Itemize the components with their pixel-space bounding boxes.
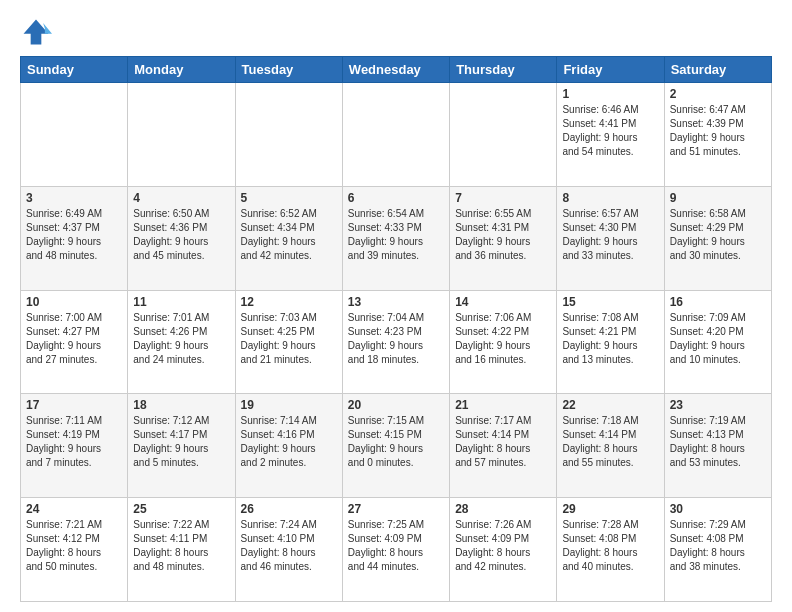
calendar-cell: 15Sunrise: 7:08 AM Sunset: 4:21 PM Dayli… xyxy=(557,290,664,394)
day-number: 2 xyxy=(670,87,766,101)
day-info: Sunrise: 7:29 AM Sunset: 4:08 PM Dayligh… xyxy=(670,518,766,574)
calendar-cell: 13Sunrise: 7:04 AM Sunset: 4:23 PM Dayli… xyxy=(342,290,449,394)
day-info: Sunrise: 7:12 AM Sunset: 4:17 PM Dayligh… xyxy=(133,414,229,470)
day-info: Sunrise: 6:52 AM Sunset: 4:34 PM Dayligh… xyxy=(241,207,337,263)
day-number: 9 xyxy=(670,191,766,205)
calendar-cell: 30Sunrise: 7:29 AM Sunset: 4:08 PM Dayli… xyxy=(664,498,771,602)
calendar-cell: 17Sunrise: 7:11 AM Sunset: 4:19 PM Dayli… xyxy=(21,394,128,498)
calendar-cell xyxy=(128,83,235,187)
calendar-header-cell: Monday xyxy=(128,57,235,83)
calendar-header-row: SundayMondayTuesdayWednesdayThursdayFrid… xyxy=(21,57,772,83)
day-number: 7 xyxy=(455,191,551,205)
calendar-cell: 2Sunrise: 6:47 AM Sunset: 4:39 PM Daylig… xyxy=(664,83,771,187)
day-number: 14 xyxy=(455,295,551,309)
calendar-cell: 16Sunrise: 7:09 AM Sunset: 4:20 PM Dayli… xyxy=(664,290,771,394)
calendar-cell: 27Sunrise: 7:25 AM Sunset: 4:09 PM Dayli… xyxy=(342,498,449,602)
day-info: Sunrise: 7:11 AM Sunset: 4:19 PM Dayligh… xyxy=(26,414,122,470)
day-info: Sunrise: 7:24 AM Sunset: 4:10 PM Dayligh… xyxy=(241,518,337,574)
calendar-cell: 1Sunrise: 6:46 AM Sunset: 4:41 PM Daylig… xyxy=(557,83,664,187)
day-info: Sunrise: 7:25 AM Sunset: 4:09 PM Dayligh… xyxy=(348,518,444,574)
svg-marker-0 xyxy=(24,20,49,45)
day-number: 13 xyxy=(348,295,444,309)
calendar-cell: 11Sunrise: 7:01 AM Sunset: 4:26 PM Dayli… xyxy=(128,290,235,394)
calendar-cell: 12Sunrise: 7:03 AM Sunset: 4:25 PM Dayli… xyxy=(235,290,342,394)
day-info: Sunrise: 7:28 AM Sunset: 4:08 PM Dayligh… xyxy=(562,518,658,574)
calendar-week-row: 24Sunrise: 7:21 AM Sunset: 4:12 PM Dayli… xyxy=(21,498,772,602)
calendar-cell xyxy=(21,83,128,187)
calendar-cell: 26Sunrise: 7:24 AM Sunset: 4:10 PM Dayli… xyxy=(235,498,342,602)
day-number: 8 xyxy=(562,191,658,205)
calendar-week-row: 10Sunrise: 7:00 AM Sunset: 4:27 PM Dayli… xyxy=(21,290,772,394)
calendar: SundayMondayTuesdayWednesdayThursdayFrid… xyxy=(20,56,772,602)
calendar-header-cell: Sunday xyxy=(21,57,128,83)
calendar-cell: 28Sunrise: 7:26 AM Sunset: 4:09 PM Dayli… xyxy=(450,498,557,602)
calendar-cell: 19Sunrise: 7:14 AM Sunset: 4:16 PM Dayli… xyxy=(235,394,342,498)
day-number: 4 xyxy=(133,191,229,205)
day-info: Sunrise: 7:26 AM Sunset: 4:09 PM Dayligh… xyxy=(455,518,551,574)
calendar-header-cell: Saturday xyxy=(664,57,771,83)
day-number: 16 xyxy=(670,295,766,309)
calendar-cell: 18Sunrise: 7:12 AM Sunset: 4:17 PM Dayli… xyxy=(128,394,235,498)
day-info: Sunrise: 7:17 AM Sunset: 4:14 PM Dayligh… xyxy=(455,414,551,470)
day-number: 26 xyxy=(241,502,337,516)
day-number: 12 xyxy=(241,295,337,309)
calendar-week-row: 3Sunrise: 6:49 AM Sunset: 4:37 PM Daylig… xyxy=(21,186,772,290)
day-number: 21 xyxy=(455,398,551,412)
day-info: Sunrise: 7:15 AM Sunset: 4:15 PM Dayligh… xyxy=(348,414,444,470)
day-info: Sunrise: 6:47 AM Sunset: 4:39 PM Dayligh… xyxy=(670,103,766,159)
day-info: Sunrise: 6:55 AM Sunset: 4:31 PM Dayligh… xyxy=(455,207,551,263)
calendar-cell: 4Sunrise: 6:50 AM Sunset: 4:36 PM Daylig… xyxy=(128,186,235,290)
page: SundayMondayTuesdayWednesdayThursdayFrid… xyxy=(0,0,792,612)
day-info: Sunrise: 7:21 AM Sunset: 4:12 PM Dayligh… xyxy=(26,518,122,574)
day-number: 22 xyxy=(562,398,658,412)
day-info: Sunrise: 7:22 AM Sunset: 4:11 PM Dayligh… xyxy=(133,518,229,574)
day-number: 29 xyxy=(562,502,658,516)
calendar-cell xyxy=(235,83,342,187)
day-number: 15 xyxy=(562,295,658,309)
day-number: 27 xyxy=(348,502,444,516)
day-info: Sunrise: 7:18 AM Sunset: 4:14 PM Dayligh… xyxy=(562,414,658,470)
day-number: 17 xyxy=(26,398,122,412)
calendar-cell: 5Sunrise: 6:52 AM Sunset: 4:34 PM Daylig… xyxy=(235,186,342,290)
calendar-header-cell: Friday xyxy=(557,57,664,83)
logo-icon xyxy=(20,16,52,48)
calendar-cell: 7Sunrise: 6:55 AM Sunset: 4:31 PM Daylig… xyxy=(450,186,557,290)
day-number: 18 xyxy=(133,398,229,412)
calendar-header-cell: Tuesday xyxy=(235,57,342,83)
calendar-cell: 6Sunrise: 6:54 AM Sunset: 4:33 PM Daylig… xyxy=(342,186,449,290)
day-info: Sunrise: 7:03 AM Sunset: 4:25 PM Dayligh… xyxy=(241,311,337,367)
day-number: 10 xyxy=(26,295,122,309)
calendar-header-cell: Thursday xyxy=(450,57,557,83)
day-number: 30 xyxy=(670,502,766,516)
day-info: Sunrise: 7:00 AM Sunset: 4:27 PM Dayligh… xyxy=(26,311,122,367)
day-number: 6 xyxy=(348,191,444,205)
calendar-cell: 20Sunrise: 7:15 AM Sunset: 4:15 PM Dayli… xyxy=(342,394,449,498)
day-info: Sunrise: 7:04 AM Sunset: 4:23 PM Dayligh… xyxy=(348,311,444,367)
day-info: Sunrise: 7:14 AM Sunset: 4:16 PM Dayligh… xyxy=(241,414,337,470)
day-number: 24 xyxy=(26,502,122,516)
calendar-cell: 3Sunrise: 6:49 AM Sunset: 4:37 PM Daylig… xyxy=(21,186,128,290)
calendar-cell: 9Sunrise: 6:58 AM Sunset: 4:29 PM Daylig… xyxy=(664,186,771,290)
day-number: 25 xyxy=(133,502,229,516)
calendar-cell: 8Sunrise: 6:57 AM Sunset: 4:30 PM Daylig… xyxy=(557,186,664,290)
day-info: Sunrise: 6:57 AM Sunset: 4:30 PM Dayligh… xyxy=(562,207,658,263)
calendar-week-row: 1Sunrise: 6:46 AM Sunset: 4:41 PM Daylig… xyxy=(21,83,772,187)
calendar-cell: 29Sunrise: 7:28 AM Sunset: 4:08 PM Dayli… xyxy=(557,498,664,602)
calendar-cell xyxy=(342,83,449,187)
day-number: 3 xyxy=(26,191,122,205)
day-number: 5 xyxy=(241,191,337,205)
day-info: Sunrise: 7:19 AM Sunset: 4:13 PM Dayligh… xyxy=(670,414,766,470)
day-info: Sunrise: 6:50 AM Sunset: 4:36 PM Dayligh… xyxy=(133,207,229,263)
day-number: 11 xyxy=(133,295,229,309)
calendar-cell xyxy=(450,83,557,187)
calendar-cell: 24Sunrise: 7:21 AM Sunset: 4:12 PM Dayli… xyxy=(21,498,128,602)
calendar-body: 1Sunrise: 6:46 AM Sunset: 4:41 PM Daylig… xyxy=(21,83,772,602)
calendar-cell: 23Sunrise: 7:19 AM Sunset: 4:13 PM Dayli… xyxy=(664,394,771,498)
calendar-cell: 25Sunrise: 7:22 AM Sunset: 4:11 PM Dayli… xyxy=(128,498,235,602)
day-info: Sunrise: 7:06 AM Sunset: 4:22 PM Dayligh… xyxy=(455,311,551,367)
calendar-cell: 21Sunrise: 7:17 AM Sunset: 4:14 PM Dayli… xyxy=(450,394,557,498)
day-info: Sunrise: 6:49 AM Sunset: 4:37 PM Dayligh… xyxy=(26,207,122,263)
calendar-week-row: 17Sunrise: 7:11 AM Sunset: 4:19 PM Dayli… xyxy=(21,394,772,498)
calendar-cell: 22Sunrise: 7:18 AM Sunset: 4:14 PM Dayli… xyxy=(557,394,664,498)
day-number: 1 xyxy=(562,87,658,101)
